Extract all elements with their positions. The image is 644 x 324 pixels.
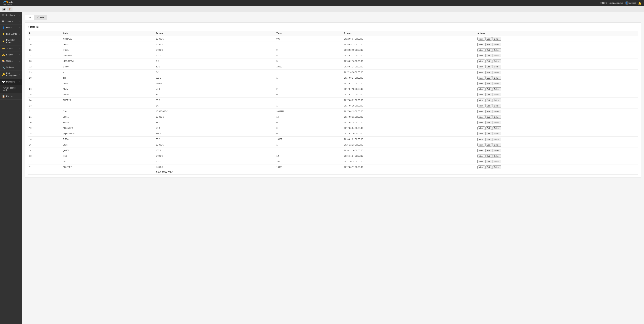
view-button[interactable]: View	[478, 160, 485, 163]
delete-button[interactable]: Delete	[492, 54, 501, 57]
sidebar-item-live-events[interactable]: ⚡ Live Events ›	[0, 31, 22, 37]
view-button[interactable]: View	[478, 65, 485, 68]
delete-button[interactable]: Delete	[492, 37, 501, 40]
delete-button[interactable]: Delete	[492, 149, 501, 152]
edit-button[interactable]: Edit	[485, 143, 492, 147]
view-button[interactable]: View	[478, 82, 485, 85]
sidebar-item-content[interactable]: ☰ Content ›	[0, 18, 22, 25]
sidebar-item-reports[interactable]: 📋 Reports ›	[0, 93, 22, 100]
edit-button[interactable]: Edit	[485, 65, 492, 68]
view-button[interactable]: View	[478, 59, 485, 63]
sidebar-toggle[interactable]: ◀	[2, 7, 6, 11]
edit-button[interactable]: Edit	[485, 87, 492, 91]
cell-amount: 5 €	[154, 58, 275, 64]
delete-button[interactable]: Delete	[492, 65, 501, 68]
view-button[interactable]: View	[478, 143, 485, 147]
edit-button[interactable]: Edit	[485, 126, 492, 130]
view-button[interactable]: View	[478, 71, 485, 74]
view-button[interactable]: View	[478, 154, 485, 158]
view-button[interactable]: View	[478, 76, 485, 80]
reports-icon: 📋	[2, 95, 5, 98]
edit-button[interactable]: Edit	[485, 154, 492, 158]
delete-button[interactable]: Delete	[492, 160, 501, 163]
edit-button[interactable]: Edit	[485, 115, 492, 119]
edit-button[interactable]: Edit	[485, 37, 492, 40]
delete-button[interactable]: Delete	[492, 43, 501, 46]
delete-button[interactable]: Delete	[492, 59, 501, 63]
sidebar-item-dashboard[interactable]: ⊞ Dashboard ›	[0, 12, 22, 18]
edit-button[interactable]: Edit	[485, 43, 492, 46]
view-button[interactable]: View	[478, 104, 485, 107]
cell-expires: 2017-10-30 00:00:00	[342, 70, 476, 75]
delete-button[interactable]: Delete	[492, 82, 501, 85]
edit-button[interactable]: Edit	[485, 59, 492, 63]
delete-button[interactable]: Delete	[492, 126, 501, 130]
topbar-time: 08:32:34 Europe/London	[600, 2, 623, 4]
sidebar-item-users[interactable]: 👤 Users ›	[0, 25, 22, 31]
main-layout: ⊞ Dashboard › ☰ Content › 👤 Users › ⚡ Li…	[0, 12, 644, 324]
view-button[interactable]: View	[478, 165, 485, 169]
delete-button[interactable]: Delete	[492, 98, 501, 102]
view-button[interactable]: View	[478, 115, 485, 119]
content-area: List Create Data list Id Code Amount Tim…	[22, 12, 644, 324]
view-button[interactable]: View	[478, 149, 485, 152]
edit-button[interactable]: Edit	[485, 149, 492, 152]
view-button[interactable]: View	[478, 98, 485, 102]
edit-button[interactable]: Edit	[485, 165, 492, 169]
delete-button[interactable]: Delete	[492, 138, 501, 141]
sidebar-item-risk-management[interactable]: 🔑 Risk management ›	[0, 70, 22, 79]
view-button[interactable]: View	[478, 110, 485, 113]
sidebar-item-casino[interactable]: 🎰 Casino ›	[0, 58, 22, 64]
delete-button[interactable]: Delete	[492, 121, 501, 124]
view-button[interactable]: View	[478, 132, 485, 135]
delete-button[interactable]: Delete	[492, 143, 501, 147]
view-button[interactable]: View	[478, 87, 485, 91]
delete-button[interactable]: Delete	[492, 48, 501, 52]
sidebar-item-create-bonus-code[interactable]: Create bonus code	[0, 85, 22, 93]
view-button[interactable]: View	[478, 126, 485, 130]
edit-button[interactable]: Edit	[485, 132, 492, 135]
delete-button[interactable]: Delete	[492, 132, 501, 135]
delete-button[interactable]: Delete	[492, 87, 501, 91]
cell-times: 1	[275, 97, 342, 103]
edit-button[interactable]: Edit	[485, 104, 492, 107]
edit-button[interactable]: Edit	[485, 138, 492, 141]
edit-button[interactable]: Edit	[485, 71, 492, 74]
edit-button[interactable]: Edit	[485, 48, 492, 52]
delete-button[interactable]: Delete	[492, 104, 501, 107]
sidebar-item-settings[interactable]: 🔧 Settings ›	[0, 64, 22, 70]
edit-button[interactable]: Edit	[485, 54, 492, 57]
delete-button[interactable]: Delete	[492, 76, 501, 80]
delete-button[interactable]: Delete	[492, 154, 501, 158]
view-button[interactable]: View	[478, 43, 485, 46]
col-id: Id	[28, 31, 62, 36]
view-button[interactable]: View	[478, 138, 485, 141]
delete-button[interactable]: Delete	[492, 71, 501, 74]
delete-button[interactable]: Delete	[492, 115, 501, 119]
edit-button[interactable]: Edit	[485, 160, 492, 163]
edit-button[interactable]: Edit	[485, 93, 492, 96]
edit-button[interactable]: Edit	[485, 82, 492, 85]
delete-button[interactable]: Delete	[492, 165, 501, 169]
view-button[interactable]: View	[478, 93, 485, 96]
edit-button[interactable]: Edit	[485, 121, 492, 124]
home-breadcrumb[interactable]: 🏠	[7, 7, 12, 11]
sidebar-item-finance[interactable]: 💰 Finance ›	[0, 52, 22, 58]
view-button[interactable]: View	[478, 37, 485, 40]
notification-icon[interactable]: 🔔	[638, 1, 641, 5]
cell-actions: View Edit Delete	[476, 125, 638, 131]
edit-button[interactable]: Edit	[485, 76, 492, 80]
view-button[interactable]: View	[478, 121, 485, 124]
sidebar-item-tickets[interactable]: 🎫 Tickets ›	[0, 45, 22, 52]
tab-create[interactable]: Create	[34, 15, 47, 20]
edit-button[interactable]: Edit	[485, 98, 492, 102]
view-button[interactable]: View	[478, 48, 485, 52]
tab-list[interactable]: List	[25, 15, 34, 20]
delete-button[interactable]: Delete	[492, 93, 501, 96]
sidebar-item-prematch-events[interactable]: ⚡ Prematch Events ›	[0, 37, 22, 45]
view-button[interactable]: View	[478, 54, 485, 57]
sidebar-item-marketing[interactable]: 💬 Marketing ›	[0, 79, 22, 85]
delete-button[interactable]: Delete	[492, 110, 501, 113]
edit-button[interactable]: Edit	[485, 110, 492, 113]
table-row: 28 ael 500 € 1 2017-08-17 00:00:00 View …	[28, 75, 638, 81]
